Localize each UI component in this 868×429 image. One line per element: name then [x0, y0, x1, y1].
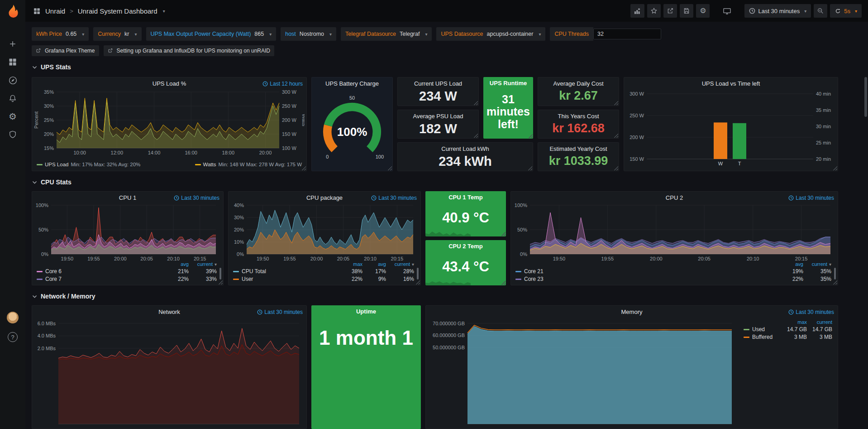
panel-title[interactable]: Memory — [621, 308, 643, 315]
legend-sort-max[interactable]: max — [339, 261, 362, 267]
legend-sort-current[interactable]: current — [807, 319, 832, 325]
alerting-icon[interactable] — [8, 93, 18, 103]
panel-title[interactable]: Average PSU Load — [413, 113, 463, 120]
svg-text:20:15: 20:15 — [391, 256, 404, 261]
panel-title[interactable]: CPU 1 Temp — [448, 194, 483, 201]
variable-kwh-price[interactable]: kWh Price0.65▾ — [32, 27, 89, 41]
panel-title[interactable]: Current UPS Load — [414, 80, 462, 87]
variable-host[interactable]: hostNostromo▾ — [281, 27, 336, 41]
legend-item[interactable]: UPS LoadMin: 17% Max: 32% Avg: 20% — [37, 162, 140, 167]
chevron-down-icon[interactable]: ▾ — [163, 9, 165, 14]
legend-sort-current[interactable]: current▾ — [386, 261, 414, 267]
breadcrumb-app[interactable]: Unraid — [45, 7, 65, 15]
cpu-threads-input[interactable]: 32 — [593, 29, 661, 39]
refresh-button[interactable]: 5s ▾ — [830, 4, 862, 18]
panel-title[interactable]: CPU 1 — [119, 194, 136, 201]
panel-title[interactable]: UPS Load % — [153, 80, 186, 87]
legend-scrollbar[interactable] — [417, 268, 419, 280]
panel-timerange[interactable]: Last 30 minutes — [788, 309, 834, 315]
svg-text:150 W: 150 W — [282, 131, 296, 137]
panel-timerange[interactable]: Last 12 hours — [262, 81, 303, 87]
legend-series[interactable]: CPU Total — [233, 268, 339, 275]
grafana-logo[interactable] — [6, 4, 19, 18]
panel-resize-handle[interactable] — [218, 280, 223, 284]
panel-title[interactable]: Network — [158, 308, 180, 315]
legend-series[interactable]: Core 23 — [515, 276, 780, 282]
panel-title[interactable]: UPS Battery Charge — [325, 80, 379, 87]
legend-scrollbar[interactable] — [834, 268, 836, 280]
panel-resize-handle[interactable] — [415, 280, 420, 284]
legend-item[interactable]: WattsMin: 148 W Max: 278 W Avg: 175 W — [195, 162, 302, 167]
link-grafana-plex-theme[interactable]: Grafana Plex Theme — [32, 45, 99, 56]
cpu1-chart[interactable]: 100%50%0%19:5019:5520:0020:0520:1020:15 — [34, 202, 220, 262]
panel-timerange[interactable]: Last 30 minutes — [257, 309, 303, 315]
legend-series[interactable]: Buffered — [744, 334, 782, 340]
panel-title[interactable]: CPU 2 — [666, 194, 683, 201]
page-scrollbar-thumb[interactable] — [864, 77, 867, 117]
clock-icon — [262, 81, 268, 87]
apps-grid-icon[interactable] — [32, 6, 42, 16]
dashboard-settings-button[interactable]: ⚙ — [696, 4, 710, 18]
ups-load-chart[interactable]: 35%30%25%20%15%300 W250 W200 W150 W100 W… — [34, 89, 305, 156]
save-button[interactable] — [680, 4, 693, 18]
ups-bar-chart[interactable]: 300 W250 W200 W150 W40 min35 min30 min25… — [627, 91, 835, 167]
memory-chart[interactable]: 70.000000 GB60.000000 GB50.000000 GB — [428, 318, 736, 427]
panel-title[interactable]: Estimated Yearly Cost — [549, 145, 607, 152]
legend-sort-current[interactable]: current▾ — [803, 261, 831, 267]
panel-title[interactable]: CPU 2 Temp — [448, 243, 483, 250]
variable-telegraf-datasource[interactable]: Telegraf DatasourceTelegraf▾ — [341, 27, 432, 41]
row-header-ups-stats[interactable]: UPS Stats — [32, 63, 71, 71]
time-range-picker[interactable]: Last 30 minutes ▾ — [744, 4, 811, 18]
avatar[interactable] — [7, 312, 19, 323]
panel-title[interactable]: Average Daily Cost — [553, 80, 603, 87]
legend-sort-avg[interactable]: avg — [165, 261, 189, 267]
cpu2-chart[interactable]: 100%50%0%19:5019:5520:0020:0520:1020:15 — [513, 202, 835, 262]
panel-timerange[interactable]: Last 30 minutes — [788, 195, 834, 201]
create-icon[interactable] — [8, 39, 18, 49]
configuration-icon[interactable]: ⚙ — [8, 111, 18, 121]
legend-sort-avg[interactable]: avg — [362, 261, 386, 267]
external-link-icon — [36, 48, 42, 54]
legend-sort-current[interactable]: current▾ — [189, 261, 217, 267]
row-header-cpu-stats[interactable]: CPU Stats — [32, 178, 72, 186]
svg-text:10%: 10% — [234, 239, 244, 245]
panel-resize-handle[interactable] — [301, 166, 306, 170]
legend-series[interactable]: Core 6 — [37, 268, 165, 275]
panel-resize-handle[interactable] — [833, 280, 837, 284]
panel-timerange[interactable]: Last 30 minutes — [174, 195, 219, 201]
panel-title[interactable]: UPS Load vs Time left — [702, 80, 760, 87]
panel-title[interactable]: UPS Runtime — [490, 80, 527, 87]
panel-title[interactable]: CPU package — [306, 194, 343, 201]
battery-gauge[interactable]: 050100100% — [315, 90, 390, 167]
row-header-network-memory[interactable]: Network / Memory — [32, 293, 95, 300]
share-button[interactable] — [663, 4, 677, 18]
variable-currency[interactable]: Currencykr▾ — [93, 27, 141, 41]
legend-series[interactable]: Core 21 — [515, 268, 780, 275]
legend-sort-avg[interactable]: avg — [780, 261, 803, 267]
variable-ups-max-output[interactable]: UPS Max Output Power Capacity (Watt)865▾ — [146, 27, 277, 41]
network-chart[interactable]: 6.0 MBs4.0 MBs2.0 MBs — [34, 318, 304, 427]
help-icon[interactable]: ? — [8, 332, 18, 342]
panel-title[interactable]: Current Load kWh — [441, 145, 489, 152]
explore-icon[interactable] — [8, 75, 18, 85]
server-admin-icon[interactable] — [8, 130, 18, 140]
add-panel-button[interactable] — [630, 4, 644, 18]
legend-scrollbar[interactable] — [219, 268, 221, 280]
chevron-down-icon: ▾ — [329, 32, 332, 37]
panel-title[interactable]: Uptime — [356, 308, 376, 315]
cycle-view-button[interactable] — [720, 4, 734, 18]
legend-sort-max[interactable]: max — [782, 319, 807, 325]
breadcrumb-page[interactable]: Unraid System Dashboard — [78, 7, 157, 15]
chevron-down-icon: ▾ — [425, 32, 427, 37]
star-button[interactable] — [647, 4, 661, 18]
variable-ups-datasource[interactable]: UPS Datasourceapcupsd-container▾ — [436, 27, 545, 41]
cpu-package-chart[interactable]: 40%30%20%10%0%19:5019:5520:0020:0520:102… — [230, 202, 418, 262]
legend-series[interactable]: Used — [744, 326, 782, 333]
dashboards-icon[interactable] — [8, 57, 18, 67]
link-ups-monitoring-guide[interactable]: Setting up Grafana and InfluxDB for UPS … — [104, 45, 275, 56]
zoom-out-button[interactable] — [814, 4, 827, 18]
panel-title[interactable]: This Years Cost — [558, 113, 599, 120]
legend-series[interactable]: User — [233, 276, 339, 282]
panel-timerange[interactable]: Last 30 minutes — [371, 195, 417, 201]
legend-series[interactable]: Core 7 — [37, 276, 165, 282]
